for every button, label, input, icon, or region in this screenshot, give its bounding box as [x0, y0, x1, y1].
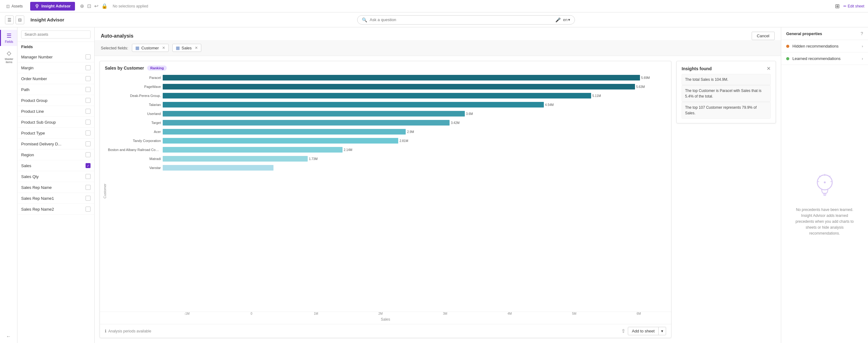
remove-customer-icon[interactable]: ✕ [162, 46, 165, 50]
bar-label: Paracel [108, 76, 161, 79]
bar-container: 5.63M [163, 84, 666, 90]
field-checkbox[interactable] [86, 98, 91, 103]
field-name: Sales Rep Name2 [21, 207, 54, 212]
table-icon-2: ▦ [176, 45, 180, 50]
remove-sales-icon[interactable]: ✕ [195, 46, 198, 50]
field-item[interactable]: Promised Delivery D... [18, 139, 94, 149]
chevron-right-icon-2: › [862, 57, 863, 61]
field-item[interactable]: Manager Number [18, 52, 94, 63]
field-item[interactable]: Sales Rep Name [18, 182, 94, 193]
search-icon[interactable]: ⊕ [80, 3, 84, 9]
back-icon[interactable]: ↩ [94, 3, 98, 9]
field-item[interactable]: Product Group [18, 95, 94, 106]
edit-sheet-button[interactable]: ✏ Edit sheet [843, 4, 864, 8]
grid-icon[interactable]: ⊞ [835, 3, 840, 10]
field-checkbox[interactable] [86, 76, 91, 81]
hidden-recommendations-item[interactable]: Hidden recommendations › [781, 40, 868, 53]
field-item[interactable]: Product Line [18, 106, 94, 117]
x-tick: 3M [413, 312, 477, 315]
bar-container: 2.14M [163, 147, 666, 152]
add-sheet-dropdown-icon[interactable]: ▾ [659, 327, 666, 335]
field-name: Product Line [21, 109, 44, 114]
fields-search [18, 27, 94, 42]
sidebar-item-fields[interactable]: ☰ Fields [0, 30, 17, 46]
info-icon: ℹ [105, 329, 106, 333]
field-item[interactable]: Sales Rep Name1 [18, 193, 94, 204]
bar-value: 2.14M [344, 148, 352, 151]
field-item[interactable]: Sales Rep Name2 [18, 204, 94, 215]
field-checkbox[interactable]: ✓ [86, 163, 91, 168]
mic-icon[interactable]: 🎤 [555, 18, 561, 22]
field-checkbox[interactable] [86, 55, 91, 59]
field-item[interactable]: Margin [18, 63, 94, 73]
second-row: ☰ ⊟ Insight Advisor 🔍 🎤 en ▾ [0, 12, 868, 27]
master-items-icon: ◇ [7, 50, 11, 57]
field-item[interactable]: Product Sub Group [18, 117, 94, 128]
right-sidebar-header: General properties ? [781, 27, 868, 40]
toggle-panel[interactable]: ⊟ [16, 15, 24, 24]
field-name: Manager Number [21, 55, 53, 59]
chart-inner: Paracel 5.69M PageWave 5.63M Deak-Perera… [108, 74, 666, 309]
field-checkbox[interactable] [86, 87, 91, 92]
chart-title: Sales by Customer [105, 66, 144, 71]
toggle-left-sidebar[interactable]: ☰ [5, 15, 14, 24]
hidden-recs-label: Hidden recommendations [793, 44, 838, 48]
field-checkbox[interactable] [86, 131, 91, 135]
insight-advisor-tab[interactable]: Insight Advisor [30, 2, 75, 10]
field-name: Order Number [21, 76, 47, 81]
field-item[interactable]: Order Number [18, 73, 94, 84]
bar-fill [163, 93, 591, 99]
bar-row: Tandy Corporation 2.81M [108, 137, 666, 145]
field-checkbox[interactable] [86, 109, 91, 114]
help-icon[interactable]: ? [861, 31, 863, 36]
insight-tab-label: Insight Advisor [41, 4, 71, 8]
field-name: Product Sub Group [21, 120, 56, 125]
bar-container: 5.69M [163, 75, 666, 80]
field-checkbox[interactable] [86, 185, 91, 190]
add-to-sheet-button[interactable]: Add to sheet ▾ [628, 327, 666, 335]
collapse-icon[interactable]: ← [4, 331, 14, 341]
select-icon[interactable]: ⊡ [87, 3, 91, 9]
chevron-right-icon: › [862, 44, 863, 48]
insights-card: Insights found ✕ The total Sales is 104.… [676, 61, 776, 123]
nav-icons: ⊕ ⊡ ↩ 🔒 [80, 3, 107, 9]
insight-item: The total Sales is 104.9M. [682, 74, 771, 85]
field-item[interactable]: Path [18, 84, 94, 95]
close-insights-icon[interactable]: ✕ [767, 66, 771, 71]
lightbulb-illustration [812, 172, 837, 203]
table-icon: ▦ [135, 45, 140, 50]
field-item[interactable]: Sales Qty [18, 171, 94, 182]
bar-label: Boston and Albany Railroad Company [108, 148, 161, 151]
bar-fill [163, 111, 465, 116]
search-assets-input[interactable] [21, 30, 91, 38]
field-checkbox[interactable] [86, 207, 91, 212]
share-icon[interactable]: ⇧ [621, 328, 625, 334]
field-item[interactable]: Product Type [18, 128, 94, 139]
field-checkbox[interactable] [86, 65, 91, 70]
learned-recommendations-item[interactable]: Learned recommendations › [781, 53, 868, 65]
field-checkbox[interactable] [86, 119, 91, 125]
sidebar-item-master-items[interactable]: ◇ Master items [0, 47, 17, 66]
field-item[interactable]: Sales ✓ [18, 160, 94, 171]
auto-analysis-panel: Auto-analysis Cancel Selected fields: ▦ … [95, 27, 781, 343]
bar-row: Vanstar [108, 164, 666, 172]
field-checkbox[interactable] [86, 152, 91, 157]
bar-container: 3.42M [163, 120, 666, 126]
search-input[interactable] [370, 18, 553, 22]
field-checkbox[interactable] [86, 141, 91, 146]
field-checkbox[interactable] [86, 174, 91, 179]
field-item[interactable]: Region [18, 149, 94, 160]
field-checkbox[interactable] [86, 196, 91, 201]
assets-button[interactable]: ◫ Assets [4, 3, 25, 10]
lock-icon[interactable]: 🔒 [101, 3, 107, 9]
bar-value: 2.9M [407, 130, 414, 134]
insights-card-header: Insights found ✕ [682, 66, 771, 71]
bar-row: PageWave 5.63M [108, 83, 666, 91]
field-tag-sales[interactable]: ▦ Sales ✕ [173, 44, 202, 52]
cancel-button[interactable]: Cancel [752, 32, 775, 40]
search-bar: 🔍 🎤 en ▾ [357, 15, 575, 25]
field-name: Sales Qty [21, 174, 38, 179]
field-tag-customer[interactable]: ▦ Customer ✕ [132, 44, 168, 52]
language-selector[interactable]: en ▾ [563, 18, 570, 22]
learned-status-dot [786, 57, 789, 60]
